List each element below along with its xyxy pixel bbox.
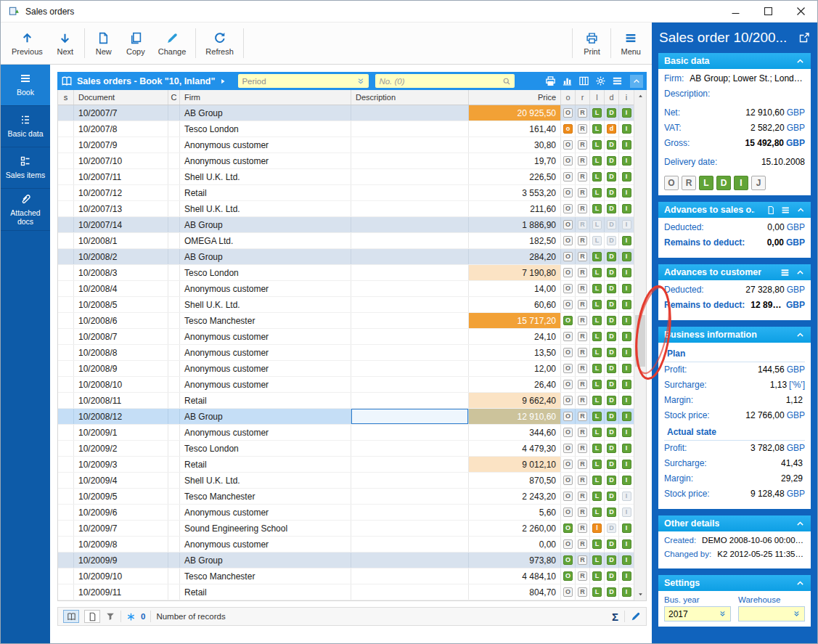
table-row[interactable]: 10/2008/9 Anonymous customer 12,00 O R L…	[58, 361, 634, 377]
table-row[interactable]: 10/2007/11 Shell U.K. Ltd. 226,50 O R L …	[58, 169, 634, 185]
table-row[interactable]: 10/2008/2 AB Group 284,20 O R L D I	[58, 249, 634, 265]
grid-menu-icon[interactable]	[612, 76, 623, 86]
flyout-arrow-icon[interactable]	[219, 78, 226, 85]
table-row[interactable]: 10/2009/2 Tesco London 4 479,30 O R L D …	[58, 441, 634, 457]
table-row[interactable]: 10/2007/9 Anonymous customer 30,80 O R L…	[58, 137, 634, 153]
section-menu-icon[interactable]	[780, 268, 790, 277]
table-row[interactable]: 10/2007/8 Tesco London 161,40 o R L d I	[58, 121, 634, 137]
section-header-settings[interactable]: Settings	[658, 575, 811, 591]
section-header-other-details[interactable]: Other details	[658, 515, 811, 531]
status-badge-d: D	[607, 523, 616, 533]
chevron-up-icon[interactable]	[795, 57, 805, 66]
column-header-s[interactable]: s	[58, 90, 74, 105]
table-row[interactable]: 10/2009/8 Anonymous customer 0,00 O R L …	[58, 537, 634, 553]
previous-button[interactable]: Previous	[5, 23, 49, 64]
table-row[interactable]: 10/2008/8 Anonymous customer 13,50 O R L…	[58, 345, 634, 361]
asterisk-icon[interactable]	[126, 612, 136, 621]
scroll-up-button[interactable]	[634, 90, 646, 102]
print-button[interactable]: Print	[576, 23, 608, 64]
table-row[interactable]: 10/2008/3 Tesco London 7 190,80 O R L D …	[58, 265, 634, 281]
sidebar-item-basic-data[interactable]: Basic data	[1, 106, 50, 147]
column-header-description[interactable]: Description	[351, 90, 469, 105]
table-row[interactable]: 10/2008/6 Tesco Manchester 15 717,20 O R…	[58, 313, 634, 329]
table-row[interactable]: 10/2008/1 OMEGA Ltd. 182,50 O R L D I	[58, 233, 634, 249]
scroll-down-button[interactable]	[634, 588, 646, 600]
chevron-up-icon[interactable]	[795, 519, 805, 529]
section-header-advances-customer[interactable]: Advances to customer	[658, 264, 811, 280]
card-view-button[interactable]	[84, 610, 100, 623]
column-header-price[interactable]: Price	[469, 90, 561, 105]
external-link-icon[interactable]	[798, 32, 810, 44]
chevron-up-icon[interactable]	[796, 205, 805, 215]
period-input[interactable]	[242, 77, 354, 86]
table-row[interactable]: 10/2007/14 AB Group 1 886,90 O R L D I	[58, 217, 634, 233]
table-row[interactable]: 10/2007/12 Retail 3 553,20 O R L D I	[58, 185, 634, 201]
sidebar-item-sales-items[interactable]: Sales items	[1, 147, 50, 189]
chevron-up-icon[interactable]	[795, 579, 805, 588]
table-row[interactable]: 10/2007/13 Shell U.K. Ltd. 211,60 O R L …	[58, 201, 634, 217]
minimize-button[interactable]	[719, 1, 752, 22]
next-button[interactable]: Next	[49, 23, 81, 64]
sidebar-item-attached-docs[interactable]: Attached docs	[1, 189, 50, 231]
number-search-input[interactable]	[379, 77, 500, 86]
warehouse-select[interactable]	[738, 606, 805, 621]
table-row[interactable]: 10/2009/11 Retail 804,70 O R L D I	[58, 584, 634, 600]
sum-icon[interactable]: Σ	[612, 611, 618, 623]
table-row[interactable]: 10/2008/5 Shell U.K. Ltd. 60,60 O R L D …	[58, 297, 634, 313]
change-button[interactable]: Change	[152, 23, 193, 64]
copy-button[interactable]: Copy	[120, 23, 152, 64]
gear-icon[interactable]	[595, 76, 606, 86]
book-view-button[interactable]	[63, 610, 79, 623]
edit-pencil-icon[interactable]	[631, 611, 641, 621]
column-header-l[interactable]: l	[590, 90, 605, 105]
maximize-button[interactable]	[752, 1, 785, 22]
table-row[interactable]: 10/2008/7 Anonymous customer 24,10 O R L…	[58, 329, 634, 345]
refresh-button[interactable]: Refresh	[199, 23, 240, 64]
column-header-o[interactable]: o	[561, 90, 576, 105]
status-badge-r: R	[578, 523, 587, 533]
scrollbar-thumb[interactable]	[635, 315, 645, 367]
table-row[interactable]: 10/2008/12 AB Group 12 910,60 O R L D I	[58, 409, 634, 425]
table-row[interactable]: 10/2007/7 AB Group 20 925,50 O R L D I	[58, 105, 634, 121]
chevron-up-icon[interactable]	[795, 268, 805, 277]
column-header-r[interactable]: r	[576, 90, 590, 105]
bus-year-select[interactable]: 2017	[664, 606, 731, 621]
table-row[interactable]: 10/2009/1 Anonymous customer 344,60 O R …	[58, 425, 634, 441]
close-button[interactable]	[785, 1, 817, 22]
column-header-i[interactable]: i	[619, 90, 634, 105]
section-header-basic-data[interactable]: Basic data	[658, 53, 811, 69]
table-row[interactable]: 10/2009/10 Tesco Manchester 4 484,10 O R…	[58, 568, 634, 584]
print-grid-icon[interactable]	[545, 76, 556, 86]
table-row[interactable]: 10/2008/11 Retail 9 662,40 O R L D I	[58, 393, 634, 409]
table-row[interactable]: 10/2007/10 Anonymous customer 19,70 O R …	[58, 153, 634, 169]
columns-icon[interactable]	[578, 76, 589, 86]
table-row[interactable]: 10/2009/3 Retail 9 012,10 O R L D I	[58, 457, 634, 473]
cell-firm: AB Group	[180, 553, 351, 568]
select-value: 2017	[668, 609, 716, 619]
sidebar-item-book[interactable]: Book	[1, 65, 50, 106]
collapse-header-button[interactable]	[630, 75, 643, 88]
column-header-firm[interactable]: Firm	[180, 90, 351, 105]
table-row[interactable]: 10/2009/4 Shell U.K. Ltd. 870,50 O R L D…	[58, 473, 634, 489]
section-header-business-information[interactable]: Business information	[658, 327, 811, 343]
section-menu-icon[interactable]	[781, 205, 790, 215]
column-header-d[interactable]: d	[605, 90, 619, 105]
filter-icon[interactable]	[105, 611, 115, 621]
column-header-document[interactable]: Document	[74, 90, 168, 105]
chevron-up-icon[interactable]	[795, 330, 805, 340]
menu-button[interactable]: Menu	[614, 23, 647, 64]
status-badge-i: I	[622, 555, 631, 565]
column-header-c[interactable]: C	[168, 90, 180, 105]
document-icon[interactable]	[766, 205, 775, 215]
table-row[interactable]: 10/2009/6 Anonymous customer 5,60 O R L …	[58, 505, 634, 521]
table-row[interactable]: 10/2009/9 AB Group 973,80 O R L D I	[58, 553, 634, 568]
table-row[interactable]: 10/2008/4 Anonymous customer 14,00 O R L…	[58, 281, 634, 297]
scrollbar-track[interactable]	[634, 102, 646, 588]
chart-icon[interactable]	[562, 76, 573, 86]
section-header-advances-sales[interactable]: Advances to sales o...	[658, 202, 811, 218]
double-chevron-down-icon[interactable]	[356, 77, 365, 86]
table-row[interactable]: 10/2009/7 Sound Engineering School 2 260…	[58, 521, 634, 537]
table-row[interactable]: 10/2009/5 Tesco Manchester 2 243,20 O R …	[58, 489, 634, 505]
new-button[interactable]: New	[88, 23, 120, 64]
table-row[interactable]: 10/2008/10 Anonymous customer 26,40 O R …	[58, 377, 634, 393]
